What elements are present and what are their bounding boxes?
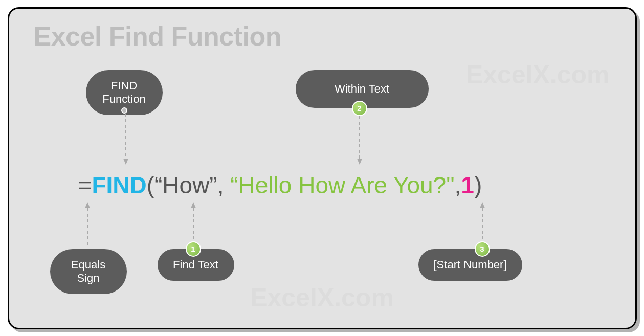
token-function-name: FIND xyxy=(92,172,146,198)
watermark: ExcelX.com xyxy=(466,60,610,89)
label-text: [Start Number] xyxy=(434,258,507,272)
label-text: Within Text xyxy=(335,82,389,96)
label-text: Find Text xyxy=(173,258,218,272)
svg-marker-3 xyxy=(357,159,362,165)
page-title: Excel Find Function xyxy=(34,21,282,52)
label-text: FIND Function xyxy=(101,79,147,106)
token-comma: , xyxy=(217,172,231,198)
token-start-num: 1 xyxy=(461,172,474,198)
svg-marker-8 xyxy=(480,202,485,208)
token-paren-open: ( xyxy=(147,172,154,198)
token-find-text: “How” xyxy=(154,172,217,198)
arrow-down xyxy=(357,116,362,167)
badge-1: 1 xyxy=(186,241,201,257)
watermark: ExcelX.com xyxy=(250,283,394,312)
arrow-down xyxy=(123,114,128,167)
badge-2: 2 xyxy=(352,101,367,116)
label-text: Equals Sign xyxy=(65,258,112,285)
formula-line: =FIND(“How”, “Hello How Are You?",1) xyxy=(78,171,482,199)
diagram-card: Excel Find Function ExcelX.com ExcelX.co… xyxy=(8,7,637,329)
token-paren-close: ) xyxy=(474,172,482,198)
svg-marker-1 xyxy=(123,159,128,165)
arrow-up xyxy=(85,202,90,250)
token-within-text: “Hello How Are You?" xyxy=(230,172,454,198)
connector-dot xyxy=(121,107,127,114)
token-equals: = xyxy=(78,172,92,198)
token-comma: , xyxy=(455,172,461,198)
badge-3: 3 xyxy=(475,241,490,257)
label-start-number: [Start Number] xyxy=(418,249,522,281)
svg-marker-4 xyxy=(85,202,90,208)
label-equals-sign: Equals Sign xyxy=(50,249,127,295)
svg-marker-6 xyxy=(191,202,196,208)
